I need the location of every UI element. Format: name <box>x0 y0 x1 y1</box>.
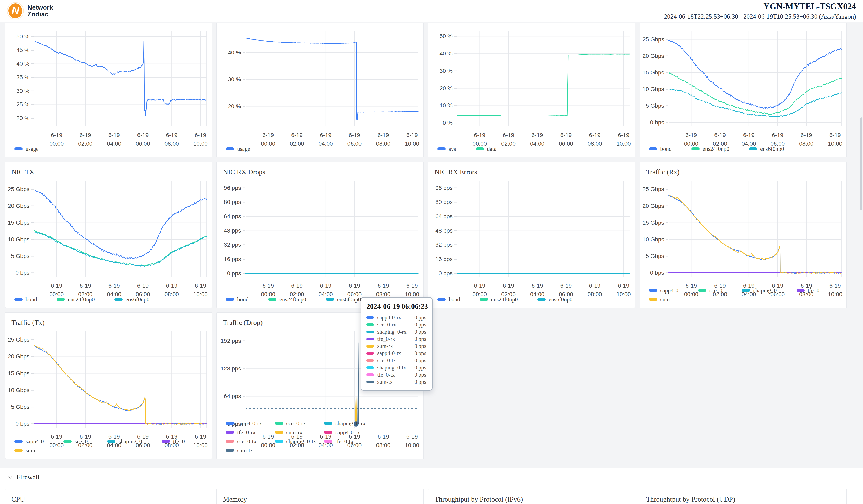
legend-item-usage[interactable]: usage <box>226 146 250 152</box>
legend-item-sapp4-0-rx[interactable]: sapp4-0-rx <box>226 420 272 427</box>
legend-swatch <box>742 289 750 292</box>
panel-title-fw-udp: Throughtput by Protocol (UDP) <box>640 489 847 504</box>
legend-item-ens24f0np0[interactable]: ens24f0np0 <box>268 296 306 303</box>
legend-item-sce_0-tx[interactable]: sce_0-tx <box>226 438 272 445</box>
svg-text:20 %: 20 % <box>16 115 29 121</box>
svg-text:96 pps: 96 pps <box>435 185 453 191</box>
legend-swatch <box>226 422 234 425</box>
tooltip-swatch <box>366 323 374 326</box>
legend-item-sce_0[interactable]: sce_0 <box>63 438 88 445</box>
tooltip-series-value: 0 pps <box>414 350 426 356</box>
svg-text:128 pps: 128 pps <box>221 365 241 371</box>
mem-usage-chart[interactable]: 20 %30 %40 %6-1900:006-1902:006-1904:006… <box>217 23 423 145</box>
traffic-tx-chart[interactable]: 0 bps5 Gbps10 Gbps15 Gbps20 Gbps25 Gbps6… <box>5 328 212 437</box>
svg-text:6-19: 6-19 <box>262 132 274 138</box>
legend-item-tfe_0-rx[interactable]: tfe_0-rx <box>226 429 272 436</box>
svg-text:20 Gbps: 20 Gbps <box>8 203 29 209</box>
legend-item-tfe_0[interactable]: tfe_0 <box>162 438 185 445</box>
cpu-usage-chart[interactable]: 20 %25 %30 %35 %40 %45 %50 %6-1900:006-1… <box>5 23 212 145</box>
svg-text:6-19: 6-19 <box>589 282 600 289</box>
legend-swatch <box>226 431 234 434</box>
svg-text:6-19: 6-19 <box>79 282 91 289</box>
legend-item-sum[interactable]: sum <box>14 447 35 454</box>
legend-label: ens6f0np0 <box>126 296 150 303</box>
network-zodiac-logo[interactable]: N Network Zodiac <box>7 2 53 20</box>
legend-item-usage[interactable]: usage <box>14 146 39 152</box>
legend-item-sum-rx[interactable]: sum-rx <box>275 429 321 436</box>
legend-item-ens6f0np0[interactable]: ens6f0np0 <box>326 296 361 303</box>
svg-text:80 pps: 80 pps <box>224 199 241 205</box>
svg-text:6-19: 6-19 <box>166 132 177 138</box>
nic-tx-chart[interactable]: 0 bps5 Gbps10 Gbps15 Gbps20 Gbps25 Gbps6… <box>5 178 212 295</box>
legend-item-sum[interactable]: sum <box>649 296 670 303</box>
tooltip-swatch <box>366 338 374 340</box>
nic-rx-chart[interactable]: 0 bps5 Gbps10 Gbps15 Gbps20 Gbps25 Gbps6… <box>640 23 847 145</box>
legend-item-sapp4-0-tx[interactable]: sapp4-0-tx <box>324 429 370 436</box>
svg-text:25 Gbps: 25 Gbps <box>8 186 29 192</box>
panel-title-traffic-rx: Traffic (Rx) <box>640 162 847 178</box>
legend-item-ens6f0np0[interactable]: ens6f0np0 <box>114 296 150 303</box>
tooltip-series-value: 0 pps <box>414 357 426 364</box>
svg-text:6-19: 6-19 <box>503 132 514 138</box>
tooltip-row-tfe_0-tx: tfe_0-tx0 pps <box>366 371 426 378</box>
legend-item-tfe_0[interactable]: tfe_0 <box>797 287 820 294</box>
chart-panel-disk-usage: 0 %10 %20 %30 %40 %50 %6-1900:006-1902:0… <box>428 23 635 158</box>
svg-text:6-19: 6-19 <box>109 282 120 289</box>
svg-text:30 %: 30 % <box>439 68 453 74</box>
legend-swatch <box>63 440 72 443</box>
legend-item-sum-tx[interactable]: sum-tx <box>226 447 272 454</box>
firewall-section-toggle[interactable]: Firewall <box>0 468 61 481</box>
svg-text:64 pps: 64 pps <box>224 393 241 399</box>
disk-usage-chart[interactable]: 0 %10 %20 %30 %40 %50 %6-1900:006-1902:0… <box>428 23 635 145</box>
legend-item-bond[interactable]: bond <box>649 146 672 152</box>
legend-item-sapp4-0[interactable]: sapp4-0 <box>14 438 44 445</box>
legend-item-ens6f0np0[interactable]: ens6f0np0 <box>537 296 573 303</box>
legend-swatch <box>57 298 65 301</box>
legend-item-sce_0-rx[interactable]: sce_0-rx <box>275 420 321 427</box>
legend-swatch <box>14 440 23 443</box>
cpu-usage-legend: usage <box>5 145 212 157</box>
legend-item-tfe_0-tx[interactable]: tfe_0-tx <box>324 438 370 445</box>
legend-item-shaping_0-tx[interactable]: shaping_0-tx <box>275 438 321 445</box>
svg-text:0 pps: 0 pps <box>439 270 453 277</box>
nic-rx-drops-chart[interactable]: 0 pps16 pps32 pps48 pps64 pps80 pps96 pp… <box>217 178 423 295</box>
legend-item-shaping_0-rx[interactable]: shaping_0-rx <box>324 420 370 427</box>
svg-text:0 %: 0 % <box>443 119 453 126</box>
svg-text:0 bps: 0 bps <box>650 119 664 126</box>
legend-label: ens6f0np0 <box>760 146 784 152</box>
tooltip-series-value: 0 pps <box>414 379 426 385</box>
legend-item-data[interactable]: data <box>476 146 497 152</box>
tooltip-series-value: 0 pps <box>414 314 426 321</box>
traffic-rx-chart[interactable]: 0 bps5 Gbps10 Gbps15 Gbps20 Gbps25 Gbps6… <box>640 178 847 286</box>
legend-item-bond[interactable]: bond <box>14 296 37 303</box>
legend-item-bond[interactable]: bond <box>437 296 460 303</box>
legend-label: sum-tx <box>237 447 253 454</box>
panel-title-nic-tx: NIC TX <box>5 162 212 178</box>
legend-item-sce_0[interactable]: sce_0 <box>698 287 723 294</box>
legend-item-shaping_0[interactable]: shaping_0 <box>107 438 142 445</box>
svg-text:25 %: 25 % <box>16 101 29 108</box>
tooltip-series-label: sapp4-0-tx <box>377 350 401 356</box>
legend-label: shaping_0-tx <box>286 438 316 445</box>
legend-item-ens24f0np0[interactable]: ens24f0np0 <box>57 296 95 303</box>
legend-item-sys[interactable]: sys <box>437 146 456 152</box>
scrollbar-thumb[interactable] <box>860 117 862 210</box>
logo-icon: N <box>7 2 24 20</box>
svg-text:6-19: 6-19 <box>320 282 332 289</box>
svg-text:25 Gbps: 25 Gbps <box>642 186 664 192</box>
nic-rx-errors-chart[interactable]: 0 pps16 pps32 pps48 pps64 pps80 pps96 pp… <box>428 178 635 295</box>
svg-text:64 pps: 64 pps <box>435 213 453 219</box>
svg-text:6-19: 6-19 <box>474 132 485 138</box>
legend-item-ens24f0np0[interactable]: ens24f0np0 <box>691 146 729 152</box>
legend-item-bond[interactable]: bond <box>226 296 249 303</box>
svg-text:40 %: 40 % <box>16 61 29 67</box>
legend-item-ens6f0np0[interactable]: ens6f0np0 <box>749 146 784 152</box>
tooltip-row-sum-rx: sum-rx0 pps <box>366 343 426 350</box>
legend-item-shaping_0[interactable]: shaping_0 <box>742 287 777 294</box>
legend-swatch <box>107 440 115 443</box>
svg-text:15 Gbps: 15 Gbps <box>642 219 664 226</box>
legend-item-ens24f0np0[interactable]: ens24f0np0 <box>480 296 518 303</box>
chart-panel-fw-ipv6: Throughtput by Protocol (IPv6) <box>428 489 635 504</box>
legend-item-sapp4-0[interactable]: sapp4-0 <box>649 287 678 294</box>
svg-text:5 Gbps: 5 Gbps <box>646 253 664 259</box>
